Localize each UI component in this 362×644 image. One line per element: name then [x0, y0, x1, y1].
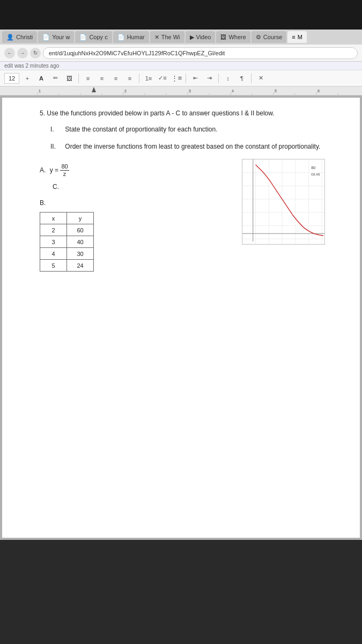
table-row: 2 60 — [40, 224, 94, 236]
top-dark-area — [0, 0, 362, 30]
list-numbered-button[interactable]: 1≡ — [143, 72, 154, 84]
font-size-input[interactable] — [4, 73, 19, 84]
tab-label-humar: Humar — [127, 34, 145, 40]
address-input[interactable] — [43, 47, 358, 59]
table-row: 3 40 — [40, 236, 94, 248]
svg-text:5: 5 — [275, 89, 277, 93]
tab-label-copyc: Copy c — [89, 34, 107, 40]
tab-copyc[interactable]: 📄 Copy c — [75, 31, 112, 43]
svg-text:1: 1 — [39, 89, 41, 93]
tab-icon-christi: 👤 — [6, 34, 14, 41]
part-II-label: II. — [50, 142, 61, 151]
line-spacing-button[interactable]: ↕ — [222, 72, 234, 84]
doc-area: 5. Use the functions provided below in p… — [2, 98, 360, 538]
tab-label-where: Where — [228, 34, 246, 40]
part-A-block: A. y = 80 z — [40, 163, 231, 178]
svg-text:co.vs: co.vs — [311, 172, 320, 176]
tab-bar: 👤 Christi 📄 Your w 📄 Copy c 📄 Humar ✕ Th… — [0, 30, 362, 45]
table-cell-x1: 2 — [40, 224, 67, 236]
table-cell-x2: 3 — [40, 236, 67, 248]
table-cell-y3: 30 — [67, 248, 94, 260]
indent-increase-button[interactable]: ⇥ — [203, 72, 215, 84]
tab-where[interactable]: 🖼 Where — [216, 31, 250, 43]
fraction-numerator: 80 — [60, 163, 69, 171]
align-right-button[interactable]: ≡ — [110, 72, 122, 84]
para-spacing-button[interactable]: ¶ — [236, 72, 248, 84]
doc-content: 5. Use the functions provided below in p… — [2, 98, 360, 473]
tab-video[interactable]: ▶ Video — [186, 31, 216, 43]
table-cell-y1: 60 — [67, 224, 94, 236]
tab-label-video: Video — [196, 34, 211, 40]
tab-icon-yourw: 📄 — [42, 34, 50, 41]
bottom-dark-area — [0, 540, 362, 644]
font-color-button[interactable]: A — [35, 72, 47, 84]
part-C-block: C. — [40, 182, 231, 192]
back-button[interactable]: ← — [4, 48, 15, 58]
align-left-button[interactable]: ≡ — [82, 72, 94, 84]
tab-m[interactable]: ≡ M — [287, 31, 307, 43]
table-header-x: x — [40, 213, 67, 224]
table-cell-y4: 24 — [67, 260, 94, 272]
part-A-formula-prefix: y = — [50, 166, 58, 174]
table-header-y: y — [67, 213, 94, 224]
toolbar-sep-3 — [186, 74, 186, 83]
image-button[interactable]: 🖼 — [63, 72, 75, 84]
refresh-button[interactable]: ↻ — [30, 48, 41, 58]
part-B-block: B. x y 2 — [40, 198, 231, 272]
tab-christi[interactable]: 👤 Christi — [2, 31, 37, 43]
graph-svg: 80 co.vs — [242, 159, 324, 244]
tab-icon-m: ≡ — [292, 34, 295, 40]
svg-text:2: 2 — [124, 89, 127, 93]
tab-icon-copyc: 📄 — [79, 34, 87, 41]
list-bullet-button[interactable]: ⋮≡ — [171, 72, 182, 84]
toolbar-sep-4 — [218, 74, 219, 83]
part-I-label: I. — [50, 125, 61, 134]
part-I-text: State the constant of proportionality fo… — [65, 126, 217, 133]
align-center-button[interactable]: ≡ — [96, 72, 108, 84]
tab-yourw[interactable]: 📄 Your w — [38, 31, 74, 43]
tab-icon-course: ⚙ — [256, 34, 261, 41]
svg-rect-0 — [0, 87, 362, 96]
question-intro: Use the functions provided below in part… — [47, 109, 274, 117]
forward-button[interactable]: → — [17, 48, 28, 58]
graph-area: 80 co.vs — [242, 159, 325, 245]
tab-icon-where: 🖼 — [220, 34, 226, 40]
question-5-block: 5. Use the functions provided below in p… — [40, 108, 328, 118]
browser-chrome: 👤 Christi 📄 Your w 📄 Copy c 📄 Humar ✕ Th… — [0, 30, 362, 62]
tab-icon-thewi: ✕ — [154, 34, 159, 41]
pencil-button[interactable]: ✏ — [49, 72, 61, 84]
part-C-label: C. — [53, 183, 59, 191]
doc-toolbar: + A ✏ 🖼 ≡ ≡ ≡ ≡ 1≡ ✓≡ ⋮≡ ⇤ ⇥ ↕ ¶ ✕ — [0, 70, 362, 86]
question-number: 5. — [40, 109, 45, 117]
svg-text:80: 80 — [311, 166, 315, 170]
clear-format-button[interactable]: ✕ — [255, 72, 267, 84]
tab-label-christi: Christi — [16, 34, 33, 40]
part-II-text: Order the inverse functions from least t… — [65, 143, 320, 150]
tab-label-course: Course — [263, 34, 282, 40]
data-table: x y 2 60 3 4 — [40, 212, 94, 272]
status-text: edit was 2 minutes ago — [4, 63, 59, 69]
part-A-fraction: 80 z — [60, 163, 69, 178]
part-A-label: A. — [40, 166, 46, 174]
align-justify-button[interactable]: ≡ — [124, 72, 136, 84]
question-part-I: I. State the constant of proportionality… — [40, 125, 328, 134]
main-content: 5. Use the functions provided below in p… — [0, 96, 362, 540]
toolbar-sep-1 — [78, 74, 79, 83]
tab-label-thewi: The Wi — [161, 34, 180, 40]
tab-course[interactable]: ⚙ Course — [252, 31, 286, 43]
svg-text:3: 3 — [189, 89, 191, 93]
toolbar-sep-2 — [139, 74, 139, 83]
ruler: 1 2 3 4 5 6 — [0, 87, 362, 96]
svg-text:6: 6 — [317, 89, 320, 93]
list-check-button[interactable]: ✓≡ — [157, 72, 168, 84]
sub-section-abc: A. y = 80 z C. B. — [40, 159, 328, 272]
font-size-plus-button[interactable]: + — [21, 72, 33, 84]
tab-thewi[interactable]: ✕ The Wi — [150, 31, 184, 43]
tab-icon-humar: 📄 — [117, 34, 125, 41]
question-part-II: II. Order the inverse functions from lea… — [40, 142, 328, 151]
graph-container: 80 co.vs — [242, 159, 328, 272]
edit-status: edit was 2 minutes ago — [0, 62, 362, 70]
table-cell-y2: 40 — [67, 236, 94, 248]
indent-decrease-button[interactable]: ⇤ — [189, 72, 201, 84]
tab-humar[interactable]: 📄 Humar — [113, 31, 149, 43]
